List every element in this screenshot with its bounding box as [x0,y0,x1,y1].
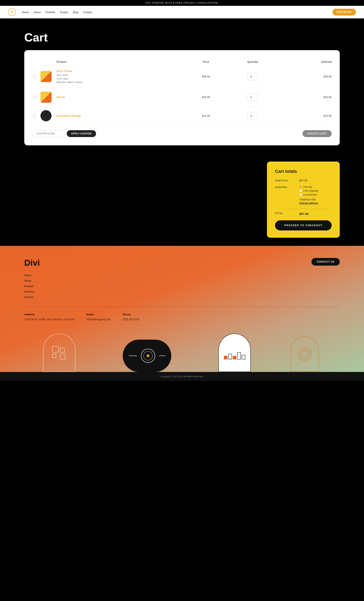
product-name-divi[interactable]: Divi AI [57,96,65,99]
block-1 [224,356,227,360]
remove-item-1[interactable]: × [32,74,37,79]
main-nav: Home About Portfolio Project Blog Contac… [22,10,326,14]
address-col: Address 1234 Divi St. #1000, San Francis… [24,313,74,321]
subtotal-row: SUBTOTAL $67.00 [275,179,332,182]
oval-illustration [123,340,171,372]
shipping-local-label: Local pickup [303,193,317,196]
shipping-free[interactable]: Free shipping [299,190,332,192]
footer-illustrations [24,331,340,372]
footer-top: Divi CONTACT US [24,258,340,268]
checkout-button[interactable]: PROCEED TO CHECKOUT [275,220,332,230]
logo[interactable]: D [8,8,16,16]
shipping-to-text: Shipping to CA. [299,198,316,201]
target-dot [147,354,150,357]
qty-input-ecom[interactable] [248,112,258,119]
col-product-header: Product [57,58,186,66]
col-remove [32,58,40,66]
footer-nav-services[interactable]: Services [24,290,340,293]
footer-nav-product[interactable]: Product [24,285,340,288]
table-row: × Ecommerce Design $12.00 $12.00 [32,106,332,125]
cart-title: Cart [24,30,340,44]
product-price-ecom: $12.00 [186,106,226,125]
product-subtotal-ecom: $12.00 [279,106,332,125]
remove-item-3[interactable]: × [32,113,37,118]
footer-nav-careers[interactable]: Careers [24,296,340,299]
remove-item-2[interactable]: × [32,95,37,99]
update-cart-button[interactable]: UPDATE CART [303,130,332,137]
subtotal-label: SUBTOTAL [275,179,299,182]
nav-theme-builder-dropdown[interactable]: Theme Builder ▾ [112,10,136,14]
nav-contact[interactable]: Contact [83,11,92,14]
nav-home[interactable]: Home [22,11,29,14]
total-value: $67.00 [299,212,309,215]
product-price-extra: $35.00 [186,66,226,88]
shipping-flat-rate-radio[interactable] [299,186,302,188]
banner-text: GET STARTED WITH A FREE PROJECT CONSULTA… [146,2,218,4]
our-work-button[interactable]: OUR WORK [333,9,356,16]
illustration-1 [24,331,94,372]
apply-coupon-button[interactable]: APPLY COUPON [67,130,96,137]
illustration-2 [94,331,200,372]
subtotal-value: $67.00 [299,179,332,182]
cart-totals-section: Cart totals SUBTOTAL $67.00 SHIPPING Fla… [0,153,364,246]
square-4 [60,354,66,360]
footer-divider [24,307,340,307]
shipping-free-label: Free shipping [303,190,318,192]
shipping-free-radio[interactable] [299,190,302,192]
shipping-local-radio[interactable] [299,193,302,196]
rings-illustration [297,346,313,362]
block-5 [242,355,245,360]
total-label: TOTAL [275,212,299,215]
cart-card: Product Price Quantity Subtotal × Ext [24,50,340,145]
block-3 [233,356,236,360]
phone-value: (255) 352-6258 [123,318,139,321]
ring-3 [301,351,308,358]
shipping-local[interactable]: Local pickup [299,193,332,196]
coupon-row: APPLY COUPON UPDATE CART [32,130,332,137]
address-label: Address [24,313,74,316]
nav-blog[interactable]: Blog [73,11,78,14]
footer-nav-about[interactable]: About [24,279,340,282]
blocks-illustration [224,346,245,360]
arch-illustration-2 [218,334,251,372]
qty-input-divi[interactable] [248,93,258,101]
address-value: 1234 Divi St. #1000, San Francisco, CA 9… [24,318,74,321]
nav-project[interactable]: Project [60,11,68,14]
shipping-flat-rate[interactable]: Flat rate [299,186,332,188]
footer-nav-home[interactable]: Home [24,274,340,277]
square-2 [60,348,65,352]
product-name-extra[interactable]: Extra Theme [57,70,72,73]
coupon-input[interactable] [32,130,65,137]
email-value: hello@diviagency.com [86,318,111,321]
qty-input-extra[interactable] [248,73,258,80]
square-1 [52,346,59,352]
product-meta-extra: Size: smallColor: blackMaterials: leathe… [57,73,186,84]
block-4 [237,352,241,360]
footer-logo: Divi [24,258,40,268]
nav-portfolio[interactable]: Portfolio [45,11,55,14]
line-illustration-2 [159,356,165,356]
phone-label: Phone [123,313,139,316]
product-subtotal-divi: $20.00 [279,88,332,106]
square-3 [52,354,56,358]
shipping-options: Flat rate Free shipping Local pickup [299,186,332,196]
col-qty-header: Quantity [226,58,279,66]
copyright-text: Copyright © 2023 Divi. All Rights Reserv… [161,375,203,378]
cart-table: Product Price Quantity Subtotal × Ext [32,58,332,125]
nav-shop-dropdown[interactable]: Shop ▾ [97,10,107,14]
shipping-flat-rate-label: Flat rate [303,186,312,188]
footer-contact-row: Address 1234 Divi St. #1000, San Francis… [24,313,340,321]
product-image-extra [40,71,51,82]
contact-us-button[interactable]: CONTACT US [311,258,340,266]
target-inner [143,351,153,361]
table-row: × Divi AI $20.00 $20.00 [32,88,332,106]
total-row: TOTAL $67.00 [275,209,332,215]
copyright-bar: Copyright © 2023 Divi. All Rights Reserv… [0,372,364,381]
change-address-link[interactable]: Change address [299,202,318,205]
header: D Home About Portfolio Project Blog Cont… [0,6,364,18]
product-name-ecom[interactable]: Ecommerce Design [57,114,81,117]
cart-hero: Cart Product Price Quantity Subtotal × [0,18,364,153]
nav-about[interactable]: About [34,11,41,14]
squares-illustration [48,342,70,363]
arch-illustration-3 [291,337,319,372]
